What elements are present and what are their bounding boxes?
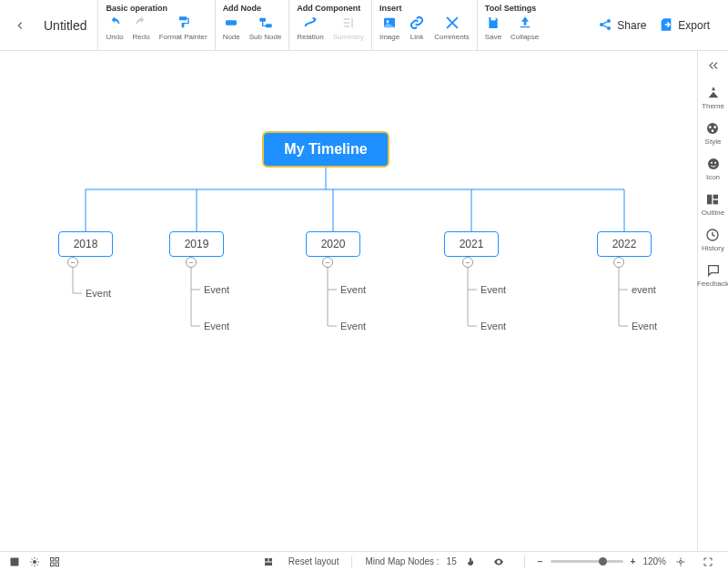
year-node-2020[interactable]: 2020 [306,231,360,257]
group-addcomp-label: Add Component [297,4,364,13]
undo-button[interactable]: Undo [106,15,123,41]
group-tools-label: Tool Settings [485,4,539,13]
eye-icon[interactable] [491,555,506,569]
group-basic-label: Basic operation [106,4,207,13]
redo-button[interactable]: Redo [133,15,150,41]
reset-layout-button[interactable]: Reset layout [288,556,339,566]
svg-point-51 [33,560,36,564]
reset-layout-icon[interactable] [261,555,276,569]
layout-icon[interactable] [7,555,22,569]
toolbar: Untitled Basic operation Undo Redo Forma… [0,0,728,51]
svg-rect-8 [490,17,495,20]
history-button[interactable]: History [702,228,724,252]
svg-rect-2 [266,24,272,27]
redo-icon [133,15,149,31]
svg-rect-50 [11,557,19,566]
canvas[interactable]: My Timeline 2018 − Event 2019 − Event Ev… [0,51,697,551]
event-node[interactable]: Event [480,321,506,331]
collapse-icon [517,15,533,31]
group-insert-label: Insert [379,4,470,13]
event-node[interactable]: Event [204,284,229,295]
brightness-icon[interactable] [27,555,42,569]
nodes-count: 15 [447,556,457,566]
theme-button[interactable]: Theme [702,86,724,110]
collapse-toggle[interactable]: − [322,257,333,268]
svg-rect-0 [226,20,237,25]
svg-rect-64 [265,558,268,562]
event-node[interactable]: Event [204,321,229,331]
svg-rect-1 [259,18,266,22]
svg-rect-48 [713,200,718,205]
outline-button[interactable]: Outline [702,192,724,217]
year-node-2021[interactable]: 2021 [444,231,499,257]
collapse-toggle[interactable]: − [613,257,624,268]
year-node-2019[interactable]: 2019 [169,231,224,257]
format-painter-button[interactable]: Format Painter [159,15,207,41]
svg-point-41 [714,126,717,128]
grid-icon[interactable] [47,555,62,569]
collapse-button[interactable]: Collapse [511,15,539,41]
fit-icon[interactable] [673,555,688,569]
image-button[interactable]: Image [379,15,399,41]
collapse-toggle[interactable]: − [462,257,473,268]
group-insert: Insert Image Link Comments [371,0,477,51]
relation-button[interactable]: Relation [297,15,323,41]
share-button[interactable]: Share [598,17,646,35]
feedback-button[interactable]: Feedback [697,263,728,288]
nodes-label: Mind Map Nodes : [365,556,439,566]
svg-rect-60 [51,557,55,561]
share-icon [598,17,612,35]
summary-icon [340,15,357,31]
event-node[interactable]: Event [340,284,366,295]
event-node[interactable]: Event [480,284,506,295]
sidebar-collapse-icon[interactable] [704,56,723,75]
comments-button[interactable]: Comments [434,15,470,41]
hand-icon[interactable] [464,555,479,569]
comments-icon [444,15,460,31]
svg-rect-66 [265,562,272,566]
svg-point-7 [387,20,389,23]
svg-point-42 [712,129,714,132]
connector-lines [0,51,697,551]
svg-rect-63 [56,563,59,566]
export-button[interactable]: Export [659,17,710,35]
link-button[interactable]: Link [409,15,425,41]
group-basic: Basic operation Undo Redo Format Painter [97,0,214,51]
summary-button[interactable]: Summary [333,15,364,41]
save-icon [485,15,501,31]
event-node[interactable]: Event [340,321,366,331]
subnode-button[interactable]: Sub Node [249,15,282,41]
year-node-2022[interactable]: 2022 [597,231,652,257]
zoom-level: 120% [642,556,666,566]
svg-rect-61 [56,557,59,561]
group-addnode-label: Add Node [223,4,282,13]
fullscreen-icon[interactable] [701,555,715,569]
group-add-component: Add Component Relation Summary [288,0,371,51]
document-title[interactable]: Untitled [33,0,97,51]
svg-point-39 [707,123,718,134]
root-node[interactable]: My Timeline [262,131,389,168]
svg-point-67 [680,560,682,563]
save-button[interactable]: Save [485,15,501,41]
zoom-in-button[interactable]: + [631,556,636,566]
collapse-toggle[interactable]: − [186,257,197,268]
style-button[interactable]: Style [705,121,722,146]
node-button[interactable]: Node [223,15,240,41]
right-sidebar: Theme Style Icon Outline History Feedbac… [697,51,728,551]
event-node[interactable]: Event [86,288,111,299]
svg-line-58 [32,564,33,565]
back-button[interactable] [7,0,33,51]
zoom-out-button[interactable]: − [538,556,543,566]
share-label: Share [617,19,646,32]
svg-line-56 [32,558,33,559]
svg-rect-65 [268,558,272,562]
collapse-toggle[interactable]: − [67,257,78,268]
svg-point-43 [708,158,719,169]
export-icon [659,17,673,35]
icon-button[interactable]: Icon [706,157,721,181]
zoom-slider[interactable] [551,560,623,563]
event-node[interactable]: Event [632,321,657,331]
year-node-2018[interactable]: 2018 [58,231,113,257]
event-node[interactable]: event [632,284,656,295]
node-icon [223,15,239,31]
